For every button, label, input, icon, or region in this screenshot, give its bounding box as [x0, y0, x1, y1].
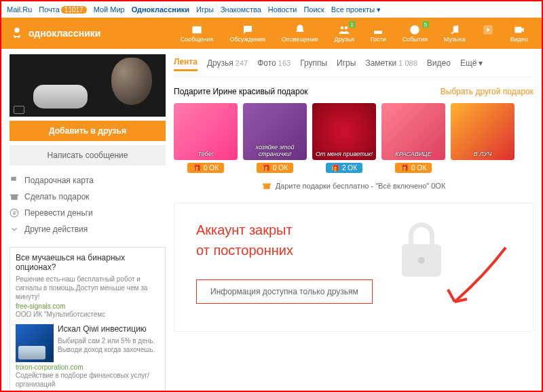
transfer-money-link[interactable]: ₽Перевести деньги [10, 205, 166, 221]
svg-rect-1 [192, 26, 202, 34]
gift-item-5[interactable]: В ЛУЧ [451, 103, 514, 173]
nav-friends[interactable]: 1Друзья [329, 24, 360, 43]
camera-icon [14, 106, 24, 114]
gift-icon [262, 181, 272, 191]
add-friend-button[interactable]: Добавить в друзья [10, 121, 166, 141]
topbar-ok[interactable]: Одноклассники [132, 5, 189, 14]
ad2-source: trixon-corporation.com [16, 364, 160, 371]
svg-rect-8 [514, 27, 522, 33]
logo[interactable]: одноклассники [10, 26, 100, 41]
header-bar: одноклассники Сообщения Обсуждения Опове… [1, 18, 542, 49]
ad2-footer: Содействие в подборе финансовых услуг/ор… [16, 371, 160, 389]
music-icon [449, 24, 461, 36]
message-icon [191, 24, 203, 36]
mail-ru-topbar: Mail.Ru Почта11017 Мой Мир Одноклассники… [1, 1, 542, 18]
gift-price: 🎁 2 ОК [326, 163, 362, 173]
topbar-mail[interactable]: Почта11017 [39, 5, 86, 14]
topbar-all[interactable]: Все проекты ▾ [331, 5, 381, 14]
make-gift-link[interactable]: Сделать подарок [10, 189, 166, 205]
ad2-image [16, 324, 54, 362]
choose-other-gift[interactable]: Выбрать другой подарок [441, 87, 533, 96]
gift-card-link[interactable]: Подарочная карта [10, 172, 166, 189]
write-message-button[interactable]: Написать сообщение [10, 145, 166, 165]
chat-icon [242, 24, 254, 36]
svg-rect-14 [263, 184, 271, 185]
events-icon [409, 24, 421, 36]
topbar-games[interactable]: Игры [196, 5, 214, 14]
svg-point-6 [456, 31, 458, 33]
guests-icon [372, 24, 384, 36]
friends-badge: 1 [349, 21, 356, 28]
nav-events[interactable]: 5События [397, 24, 433, 43]
nav-discussions[interactable]: Обсуждения [225, 24, 271, 43]
svg-rect-10 [10, 195, 18, 196]
gift-price: 🎁 0 ОК [257, 163, 293, 173]
tab-feed[interactable]: Лента [174, 54, 198, 71]
topbar-search[interactable]: Поиск [303, 5, 324, 14]
tab-groups[interactable]: Группы [300, 56, 327, 71]
profile-tabs: Лента Друзья247 Фото163 Группы Игры Заме… [174, 54, 533, 77]
svg-point-5 [451, 32, 453, 34]
info-friends-only[interactable]: Информация доступна только друзьям [196, 279, 373, 304]
ok-logo-icon [10, 26, 24, 41]
gift-icon [10, 192, 19, 201]
flag-icon [10, 176, 19, 185]
ad-block-1[interactable]: Все мучаешься на бинарных опционах? Реше… [10, 247, 166, 392]
svg-point-3 [345, 26, 348, 30]
gift-item-1[interactable]: Тебе!🎁 0 ОК [174, 103, 238, 173]
tab-notes[interactable]: Заметки1 088 [365, 56, 417, 71]
gift-price: 🎁 0 ОК [187, 163, 224, 173]
video-icon [513, 24, 525, 36]
ad1-footer: ООО ИК "Мультиботсистемс [16, 310, 160, 319]
nav-play[interactable] [476, 24, 500, 43]
topbar-dating[interactable]: Знакомства [221, 5, 261, 14]
ad1-text: Решение есть-наш бесплатный робот и сигн… [16, 275, 160, 301]
events-badge: 5 [422, 21, 429, 28]
gift-price: 🎁 0 ОК [395, 163, 432, 173]
closed-account-box: Аккаунт закрыт от посторонних Информация… [174, 203, 533, 332]
mail-badge: 11017 [61, 6, 87, 14]
svg-text:₽: ₽ [13, 210, 16, 216]
nav-guests[interactable]: Гости [365, 24, 392, 43]
ruble-icon: ₽ [10, 208, 19, 218]
profile-photo[interactable] [10, 54, 166, 117]
left-column: Добавить в друзья Написать сообщение Под… [10, 54, 166, 392]
nav-messages[interactable]: Сообщения [175, 24, 219, 43]
svg-rect-13 [263, 184, 269, 189]
chevron-down-icon [10, 224, 19, 234]
tab-more[interactable]: Ещё ▾ [460, 56, 483, 71]
svg-point-0 [14, 28, 19, 33]
svg-point-4 [411, 25, 420, 35]
topbar-mailru[interactable]: Mail.Ru [7, 5, 32, 14]
gift-item-4[interactable]: КРАСАВИЦЕ🎁 0 ОК [381, 103, 445, 173]
topbar-news[interactable]: Новости [268, 5, 297, 14]
svg-point-2 [341, 26, 344, 30]
tab-video[interactable]: Видео [427, 56, 451, 71]
logo-text: одноклассники [29, 28, 100, 39]
topbar-moimir[interactable]: Мой Мир [94, 5, 125, 14]
nav-video[interactable]: Видео [505, 24, 533, 43]
ad1-source: free-signals.com [16, 302, 160, 310]
ad2-text: Выбирай сам 2 или 5% в день. Выводи дохо… [58, 336, 160, 354]
ad2-title: Искал Qiwi инвестицию [58, 324, 160, 334]
gift-item-3[interactable]: От меня приветик!🎁 2 ОК [312, 103, 376, 173]
tab-photo[interactable]: Фото163 [257, 56, 291, 71]
tab-games[interactable]: Игры [337, 56, 356, 71]
play-icon [482, 24, 494, 36]
other-actions-link[interactable]: Другие действия [10, 221, 166, 237]
nav-music[interactable]: Музыка [438, 24, 471, 43]
gift-item-2[interactable]: хозяйке этой странички!🎁 0 ОК [243, 103, 307, 173]
gifts-footer[interactable]: Дарите подарки бесплатно - "Всё включено… [174, 181, 533, 191]
bell-icon [294, 24, 306, 36]
gifts-title: Подарите Ирине красивый подарок [174, 87, 308, 96]
ad1-title: Все мучаешься на бинарных опционах? [16, 253, 160, 272]
gifts-section: Подарите Ирине красивый подарок Выбрать … [174, 87, 533, 191]
nav-notifications[interactable]: Оповещения [276, 24, 324, 43]
annotation-arrow [438, 241, 512, 315]
tab-friends[interactable]: Друзья247 [207, 56, 248, 71]
main-column: Лента Друзья247 Фото163 Группы Игры Заме… [174, 54, 533, 392]
